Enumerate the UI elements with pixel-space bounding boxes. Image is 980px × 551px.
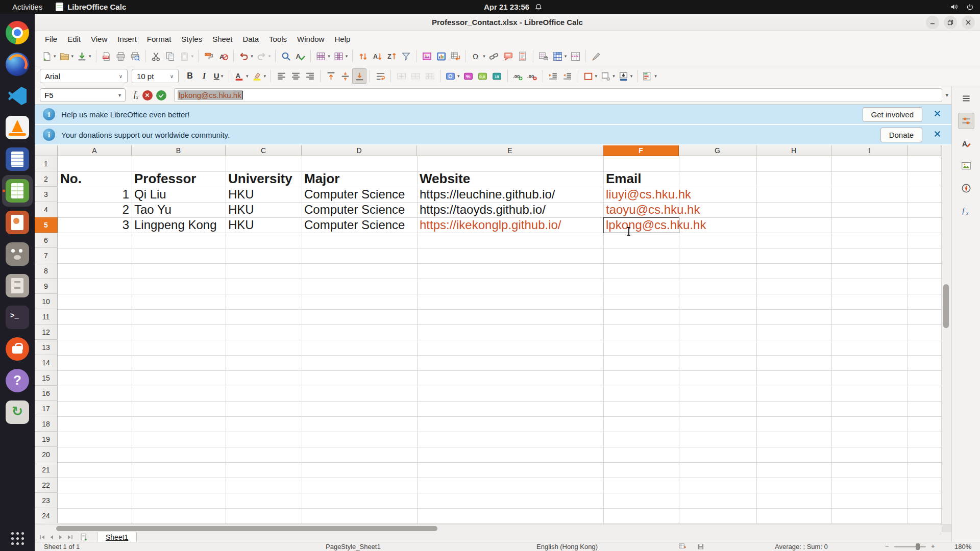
align-center-button[interactable] — [288, 68, 303, 84]
cell-C3[interactable]: HKU — [226, 187, 302, 202]
export-pdf-button[interactable]: PDF — [100, 48, 114, 64]
sidebar-gallery-button[interactable] — [958, 158, 974, 174]
menu-window[interactable]: Window — [292, 33, 329, 45]
sidebar-styles-button[interactable]: A — [958, 135, 974, 152]
row-header-13[interactable]: 13 — [35, 340, 58, 355]
row-header-12[interactable]: 12 — [35, 324, 58, 340]
restore-button[interactable] — [944, 16, 957, 29]
decrease-indent-button[interactable] — [560, 68, 575, 84]
accept-button[interactable] — [156, 90, 166, 101]
font-size-combo[interactable]: 10 pt∨ — [132, 69, 179, 83]
open-file-dropdown-icon[interactable]: ▾ — [71, 54, 74, 59]
row-header-21[interactable]: 21 — [35, 462, 58, 478]
merge-cells-button[interactable] — [408, 68, 423, 84]
split-window-button[interactable] — [568, 48, 582, 64]
row-button[interactable]: ▾ — [314, 48, 332, 64]
align-bottom-button[interactable] — [352, 68, 366, 84]
sort-descending-button[interactable]: Z — [384, 48, 399, 64]
cell-A3[interactable]: 1 — [58, 187, 132, 202]
dock-firefox[interactable] — [2, 48, 33, 80]
zoom-in-button[interactable]: + — [931, 542, 935, 550]
sidebar-functions-button[interactable]: fx — [958, 203, 974, 219]
borders-dropdown-icon[interactable]: ▾ — [595, 73, 598, 79]
column-header-C[interactable]: C — [226, 145, 302, 156]
cut-button[interactable] — [149, 48, 163, 64]
column-header-I[interactable]: I — [831, 145, 908, 156]
dock-impress[interactable] — [2, 207, 33, 238]
row-header-16[interactable]: 16 — [35, 386, 58, 401]
underline-button[interactable]: U▾ — [211, 68, 226, 84]
center-vertically-button[interactable] — [338, 68, 352, 84]
print-preview-button[interactable] — [128, 48, 142, 64]
get-involved-button[interactable]: Get involved — [863, 107, 922, 122]
column-header-G[interactable]: G — [679, 145, 756, 156]
name-box[interactable]: F5 ▾ — [40, 88, 126, 102]
row-header-9[interactable]: 9 — [35, 279, 58, 294]
zoom-slider-handle[interactable] — [916, 543, 920, 550]
delete-decimal-place-button[interactable]: .00 — [525, 68, 540, 84]
borders-button[interactable]: ▾ — [581, 68, 599, 84]
cell-F3[interactable]: liuyi@cs.hku.hk — [603, 187, 679, 202]
special-character-button[interactable]: Ω▾ — [469, 48, 487, 64]
column-header-H[interactable]: H — [756, 145, 831, 156]
paste-dropdown-icon[interactable]: ▾ — [191, 54, 194, 59]
row-header-22[interactable]: 22 — [35, 478, 58, 493]
first-sheet-icon[interactable] — [39, 534, 46, 540]
dock-writer[interactable] — [2, 143, 33, 175]
dock-files[interactable] — [2, 270, 33, 302]
font-name-combo[interactable]: Arial∨ — [40, 69, 128, 83]
redo-dropdown-icon[interactable]: ▾ — [268, 54, 271, 59]
cell-B4[interactable]: Tao Yu — [132, 202, 226, 217]
cell-F2[interactable]: Email — [603, 171, 679, 187]
align-top-button[interactable] — [324, 68, 338, 84]
sidebar-sidebar-settings-button[interactable] — [958, 90, 974, 107]
sidebar-navigator-button[interactable] — [958, 180, 974, 196]
format-date-button[interactable]: 15 — [490, 68, 504, 84]
row-header-4[interactable]: 4 — [35, 202, 58, 217]
sort-button[interactable] — [356, 48, 370, 64]
wrap-text-button[interactable] — [373, 68, 387, 84]
horizontal-scrollbar-thumb[interactable] — [56, 526, 437, 531]
format-percent-button[interactable]: % — [461, 68, 476, 84]
dock-gimp[interactable] — [2, 238, 33, 270]
dock-calc[interactable] — [2, 175, 33, 207]
insert-sheet-icon[interactable] — [80, 533, 88, 541]
cell-F4[interactable]: taoyu@cs.hku.hk — [603, 202, 679, 217]
cell-A4[interactable]: 2 — [58, 202, 132, 217]
minimize-button[interactable] — [926, 16, 939, 29]
function-wizard-button[interactable]: fx — [134, 90, 138, 100]
border-style-dropdown-icon[interactable]: ▾ — [612, 73, 615, 79]
add-decimal-place-button[interactable]: .00 — [511, 68, 525, 84]
zoom-level[interactable]: 180% — [954, 543, 971, 550]
row-header-6[interactable]: 6 — [35, 233, 58, 248]
sheet-tab-sheet1[interactable]: Sheet1 — [97, 532, 137, 542]
freeze-rows-columns-button[interactable]: ▾ — [551, 48, 569, 64]
column-header-B[interactable]: B — [132, 145, 226, 156]
underline-dropdown-icon[interactable]: ▾ — [221, 73, 224, 79]
dock-ubuntu-software[interactable] — [2, 333, 33, 365]
row-header-20[interactable]: 20 — [35, 447, 58, 462]
show-applications-icon[interactable] — [10, 531, 25, 546]
cell-B3[interactable]: Qi Liu — [132, 187, 226, 202]
row-header-11[interactable]: 11 — [35, 309, 58, 324]
cell-E3[interactable]: https://leuchine.github.io/ — [417, 187, 603, 202]
column-header-partial[interactable] — [908, 145, 941, 156]
infobar-close-icon[interactable] — [934, 110, 941, 119]
border-color-dropdown-icon[interactable]: ▾ — [630, 73, 633, 79]
cell-F5[interactable]: lpkong@cs.hku.hk — [603, 217, 679, 233]
unmerge-cells-button[interactable] — [423, 68, 437, 84]
cell-E2[interactable]: Website — [417, 171, 603, 187]
save-button[interactable]: ▾ — [75, 48, 93, 64]
cell-C4[interactable]: HKU — [226, 202, 302, 217]
row-header-14[interactable]: 14 — [35, 355, 58, 370]
insert-chart-button[interactable] — [434, 48, 448, 64]
cell-C2[interactable]: University — [226, 171, 302, 187]
print-button[interactable] — [114, 48, 128, 64]
chevron-down-icon[interactable]: ∨ — [119, 73, 122, 79]
chevron-down-icon[interactable]: ∨ — [170, 73, 174, 79]
font-color-button[interactable]: A▾ — [232, 68, 250, 84]
format-currency-dropdown-icon[interactable]: ▾ — [457, 73, 460, 79]
redo-button[interactable]: ▾ — [255, 48, 273, 64]
find-replace-button[interactable] — [279, 48, 293, 64]
bold-button[interactable]: B — [183, 68, 197, 84]
